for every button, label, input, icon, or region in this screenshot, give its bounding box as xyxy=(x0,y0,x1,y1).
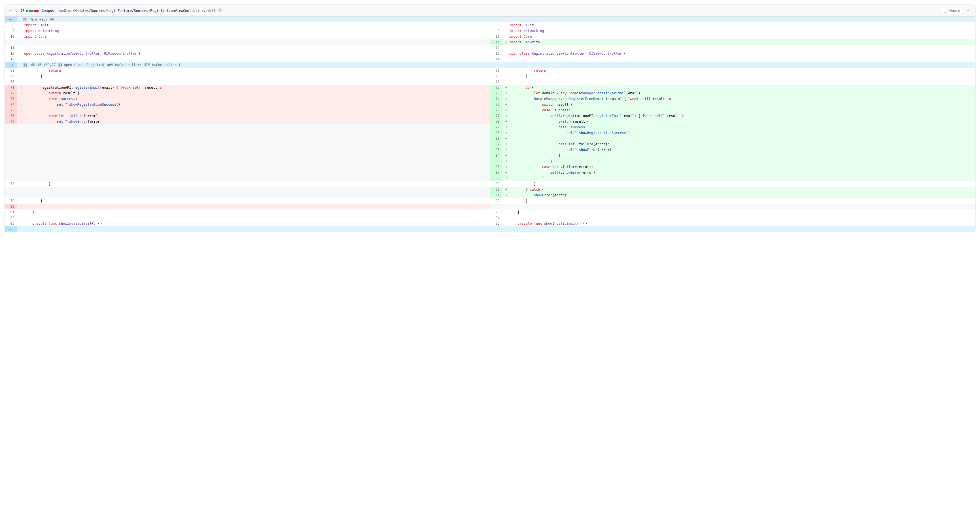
diff-line: 68 return 69 return xyxy=(5,68,975,73)
line-number[interactable]: 79 xyxy=(490,124,503,130)
code: } xyxy=(503,73,975,79)
line-number[interactable]: 69 xyxy=(5,73,17,79)
line-number[interactable]: 79 xyxy=(5,198,17,204)
line-number[interactable]: 69 xyxy=(490,68,503,73)
code: + DomainManager.canRegisterFromDomain(do… xyxy=(503,96,975,102)
expand-up-icon[interactable]: ⋯↑ xyxy=(5,17,17,22)
code xyxy=(17,153,490,158)
line-number[interactable]: 12 xyxy=(490,45,503,51)
line-number[interactable]: 74 xyxy=(5,102,17,107)
line-number[interactable]: 89 xyxy=(490,181,503,187)
diff-line: 13 14 xyxy=(5,56,975,62)
expand-down-icon[interactable]: ⋯↓ xyxy=(5,226,17,232)
code: import Core xyxy=(503,34,975,40)
code xyxy=(17,187,490,192)
line-number xyxy=(5,158,17,164)
diff-line: 11 12 xyxy=(5,45,975,51)
line-number[interactable]: 80 xyxy=(490,130,503,136)
diff-line: 74 - self?.showRegistrationSuccess() 75 … xyxy=(5,102,975,107)
line-number[interactable]: 86 xyxy=(490,164,503,170)
line-number[interactable]: 70 xyxy=(490,73,503,79)
code: + self?.registrationAPI.registerEmail(em… xyxy=(503,113,975,119)
line-number[interactable]: 85 xyxy=(490,158,503,164)
line-number[interactable]: 80 xyxy=(5,204,17,210)
code xyxy=(17,192,490,198)
line-number[interactable]: 91 xyxy=(490,192,503,198)
code: +import Security xyxy=(503,40,975,45)
diff-line: 80 - xyxy=(5,204,975,210)
line-number[interactable]: 11 xyxy=(5,45,17,51)
line-number[interactable]: 81 xyxy=(5,210,17,215)
copy-icon[interactable] xyxy=(218,8,222,13)
line-number[interactable]: 9 xyxy=(5,28,17,34)
code: + } xyxy=(503,175,975,181)
line-number[interactable]: 81 xyxy=(490,136,503,141)
line-number[interactable]: 75 xyxy=(490,102,503,107)
line-number[interactable]: 88 xyxy=(490,175,503,181)
expand-all-icon[interactable] xyxy=(14,8,18,13)
collapse-chevron-icon[interactable] xyxy=(8,8,12,13)
line-number[interactable]: 8 xyxy=(490,22,503,28)
line-number[interactable]: 87 xyxy=(490,170,503,175)
line-number[interactable]: 10 xyxy=(5,34,17,40)
line-number[interactable]: 75 xyxy=(5,107,17,113)
line-number[interactable]: 95 xyxy=(490,221,503,226)
line-number[interactable]: 77 xyxy=(5,119,17,124)
line-number[interactable]: 78 xyxy=(490,119,503,124)
viewed-checkbox[interactable] xyxy=(944,9,947,13)
line-number[interactable]: 73 xyxy=(5,96,17,102)
line-number[interactable]: 83 xyxy=(490,147,503,153)
code: + case .success: xyxy=(503,124,975,130)
line-number xyxy=(5,130,17,136)
diff-line: 82 + case let .failure(error): xyxy=(5,141,975,147)
line-number[interactable]: 74 xyxy=(490,96,503,102)
diff-line: 90 + } catch { xyxy=(5,187,975,192)
diff-line: 83 + self?.showError(error) xyxy=(5,147,975,153)
change-count: 28 xyxy=(21,9,24,13)
line-number[interactable]: 76 xyxy=(5,113,17,119)
line-number[interactable]: 94 xyxy=(490,215,503,221)
line-number xyxy=(5,136,17,141)
line-number[interactable]: 72 xyxy=(490,85,503,91)
line-number[interactable]: 92 xyxy=(490,198,503,204)
svg-point-1 xyxy=(968,10,969,11)
line-number[interactable]: 90 xyxy=(490,187,503,192)
line-number[interactable]: 84 xyxy=(490,153,503,158)
line-number[interactable]: 12 xyxy=(5,51,17,56)
line-number[interactable]: 14 xyxy=(490,56,503,62)
line-number[interactable]: 78 xyxy=(5,181,17,187)
diff-line: 78 } 89 } xyxy=(5,181,975,187)
line-number[interactable]: 77 xyxy=(490,113,503,119)
line-number[interactable]: 82 xyxy=(5,215,17,221)
line-number[interactable]: 76 xyxy=(490,107,503,113)
viewed-toggle[interactable]: Viewed xyxy=(940,8,963,14)
line-number xyxy=(5,40,17,45)
code xyxy=(17,56,490,62)
line-number[interactable]: 83 xyxy=(5,221,17,226)
code xyxy=(17,215,490,221)
svg-point-0 xyxy=(967,10,967,11)
diff-line: 88 + } xyxy=(5,175,975,181)
line-number[interactable]: 8 xyxy=(5,22,17,28)
line-number[interactable]: 73 xyxy=(490,91,503,96)
line-number[interactable]: 71 xyxy=(5,85,17,91)
line-number[interactable]: 68 xyxy=(5,68,17,73)
code: + } catch { xyxy=(503,187,975,192)
expand-icon[interactable]: ⋯↕ xyxy=(5,62,17,68)
line-number[interactable]: 93 xyxy=(490,210,503,215)
line-number[interactable]: 11 xyxy=(490,40,503,45)
kebab-menu-icon[interactable] xyxy=(966,7,972,14)
code: import UIKit xyxy=(503,22,975,28)
diff-line: 70 71 xyxy=(5,79,975,85)
diff-line: 71 - registrationAPI.registerEmail(email… xyxy=(5,85,975,91)
line-number[interactable]: 70 xyxy=(5,79,17,85)
line-number[interactable]: 10 xyxy=(490,34,503,40)
line-number[interactable]: 13 xyxy=(490,51,503,56)
line-number[interactable]: 72 xyxy=(5,91,17,96)
line-number[interactable]: 9 xyxy=(490,28,503,34)
file-diff-box: 28 CompositionDemo/Modules/Sources/Login… xyxy=(5,5,975,232)
line-number[interactable]: 13 xyxy=(5,56,17,62)
file-path[interactable]: CompositionDemo/Modules/Sources/LoginFea… xyxy=(42,9,216,13)
line-number[interactable]: 71 xyxy=(490,79,503,85)
line-number[interactable]: 82 xyxy=(490,141,503,147)
